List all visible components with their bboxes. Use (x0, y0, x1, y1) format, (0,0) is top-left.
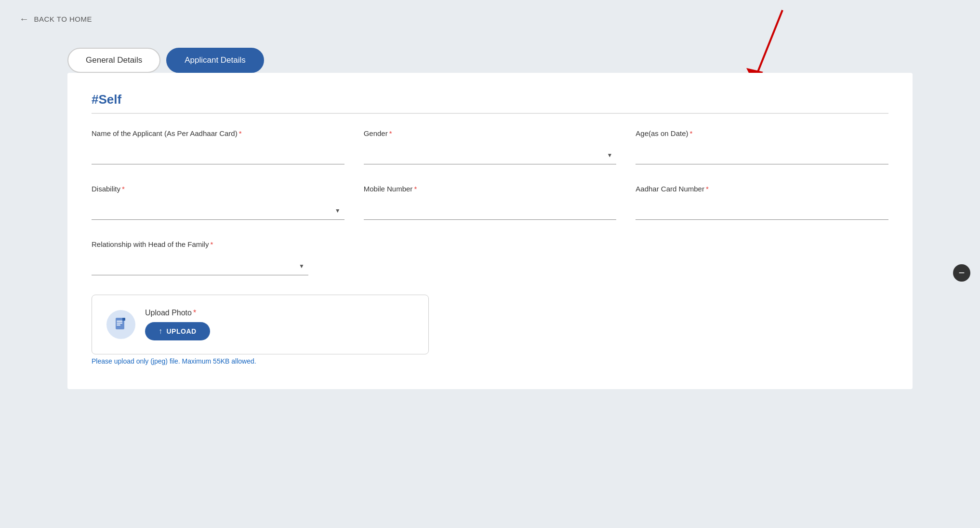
upload-right: Upload Photo* ↑ UPLOAD (145, 309, 210, 340)
aadhar-group: Aadhar Card Number* (636, 184, 888, 220)
relationship-row: Relationship with Head of the Family* Se… (92, 239, 888, 275)
age-label: Age(as on Date)* (636, 128, 888, 138)
mobile-label: Mobile Number* (364, 184, 617, 194)
aadhar-label: Aadhar Card Number* (636, 184, 888, 194)
age-input[interactable] (636, 148, 888, 164)
disability-group: Disability* Yes No ▼ (92, 184, 344, 220)
relationship-group: Relationship with Head of the Family* Se… (92, 239, 308, 275)
minus-button[interactable]: − (953, 264, 970, 282)
svg-rect-4 (117, 323, 122, 324)
svg-rect-6 (122, 318, 125, 321)
upload-button[interactable]: ↑ UPLOAD (145, 322, 210, 340)
relationship-select-wrapper: Self Spouse Son Daughter Father Mother ▼ (92, 259, 308, 275)
name-input[interactable] (92, 148, 344, 164)
svg-rect-5 (117, 325, 120, 325)
upload-arrow-icon: ↑ (159, 327, 163, 336)
tab-row: General Details Applicant Details (67, 38, 913, 73)
gender-select-wrapper: Male Female Other ▼ (364, 148, 617, 164)
form-card: #Self Name of the Applicant (As Per Aadh… (67, 73, 913, 389)
mobile-group: Mobile Number* (364, 184, 617, 220)
tab-general[interactable]: General Details (67, 48, 160, 73)
name-label: Name of the Applicant (As Per Aadhaar Ca… (92, 128, 344, 138)
top-nav: ← BACK TO HOME (0, 0, 980, 38)
disability-select-wrapper: Yes No ▼ (92, 203, 344, 220)
disability-select[interactable]: Yes No (92, 203, 344, 220)
upload-section: Upload Photo* ↑ UPLOAD (92, 295, 429, 354)
back-arrow-icon: ← (19, 14, 29, 25)
name-group: Name of the Applicant (As Per Aadhaar Ca… (92, 128, 344, 164)
form-row-1: Name of the Applicant (As Per Aadhaar Ca… (92, 128, 888, 164)
back-label: BACK TO HOME (34, 15, 92, 23)
svg-rect-3 (117, 321, 122, 322)
upload-header: Upload Photo* ↑ UPLOAD (106, 309, 414, 340)
relationship-label: Relationship with Head of the Family* (92, 239, 308, 249)
document-icon (113, 317, 129, 332)
age-group: Age(as on Date)* (636, 128, 888, 164)
mobile-input[interactable] (364, 203, 617, 220)
form-row-2: Disability* Yes No ▼ Mobile Number* (92, 184, 888, 220)
aadhar-input[interactable] (636, 203, 888, 220)
back-to-home-button[interactable]: ← BACK TO HOME (19, 14, 92, 25)
gender-label: Gender* (364, 128, 617, 138)
gender-group: Gender* Male Female Other ▼ (364, 128, 617, 164)
upload-note: Please upload only (jpeg) file. Maximum … (92, 357, 888, 365)
upload-icon-circle (106, 310, 135, 339)
tab-applicant[interactable]: Applicant Details (166, 48, 264, 73)
relationship-select[interactable]: Self Spouse Son Daughter Father Mother (92, 259, 308, 275)
disability-label: Disability* (92, 184, 344, 194)
gender-select[interactable]: Male Female Other (364, 148, 617, 164)
main-content: General Details Applicant Details #Self … (0, 38, 980, 389)
section-title: #Self (92, 92, 888, 114)
upload-label: Upload Photo* (145, 309, 210, 317)
